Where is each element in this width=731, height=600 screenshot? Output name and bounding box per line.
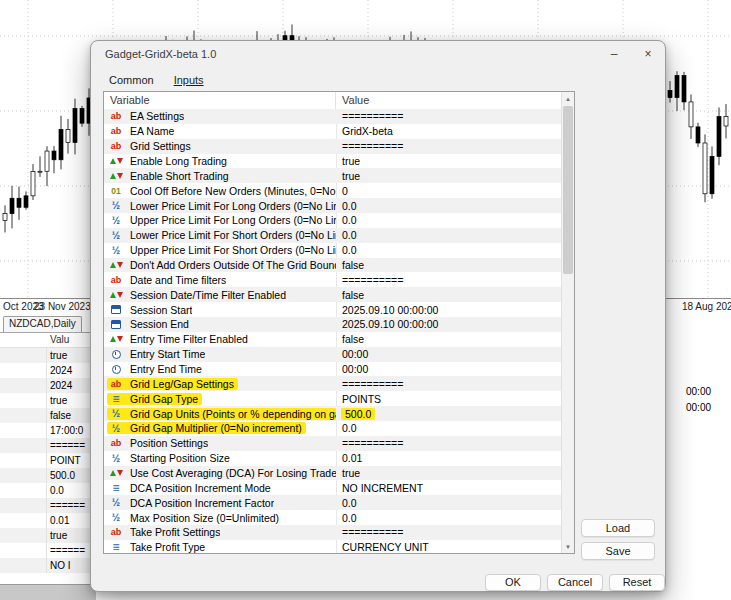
value-cell[interactable]: 00:00 (336, 363, 561, 375)
up-arrow-icon (110, 262, 116, 268)
label-wrap: Use Cost Averaging (DCA) For Losing Trad… (108, 467, 336, 479)
value-cell[interactable]: ========== (336, 437, 561, 449)
table-row[interactable]: abEA Settings========== (104, 109, 561, 124)
table-row[interactable]: ≡Take Profit TypeCURRENCY UNIT (104, 540, 561, 553)
table-row[interactable]: Enable Short Tradingtrue (104, 168, 561, 183)
tab-common[interactable]: Common (103, 72, 160, 89)
value-cell[interactable]: ========== (336, 140, 561, 152)
label-wrap: Session Date/Time Filter Enabled (108, 289, 289, 301)
ok-button[interactable]: OK (485, 574, 541, 591)
reset-button[interactable]: Reset (609, 574, 665, 591)
table-row[interactable]: abTake Profit Settings========== (104, 525, 561, 540)
table-row[interactable]: ≡Grid Gap TypePOINTS (104, 391, 561, 406)
table-row[interactable]: Session Date/Time Filter Enabledfalse (104, 287, 561, 302)
scrollbar-thumb[interactable] (563, 106, 573, 274)
value-cell[interactable]: 500.0 (336, 408, 561, 420)
table-row[interactable]: Entry End Time00:00 (104, 362, 561, 377)
value-cell[interactable]: 0.01 (336, 452, 561, 464)
value-cell[interactable]: true (336, 467, 561, 479)
enum-icon: ≡ (109, 482, 123, 493)
enum-icon: ≡ (109, 542, 123, 553)
table-row[interactable]: abGrid Leg/Gap Settings========== (104, 376, 561, 391)
table-row[interactable]: Use Cost Averaging (DCA) For Losing Trad… (104, 466, 561, 481)
column-header-variable[interactable]: Variable (104, 92, 336, 109)
value-cell[interactable]: false (336, 259, 561, 271)
table-row[interactable]: ≡DCA Position Increment ModeNO INCREMENT (104, 480, 561, 495)
value-cell[interactable]: 2025.09.10 00:00:00 (336, 304, 561, 316)
table-row[interactable]: Don't Add Orders Outside Of The Grid Bou… (104, 258, 561, 273)
value-cell[interactable]: 0 (336, 185, 561, 197)
value-cell[interactable]: POINTS (336, 393, 561, 405)
tab-inputs[interactable]: Inputs (168, 72, 210, 89)
value-cell[interactable]: CURRENCY UNIT (336, 541, 561, 553)
value-cell[interactable]: 0.0 (336, 229, 561, 241)
scrollbar-up-arrow[interactable]: ▲ (562, 92, 574, 105)
value-cell[interactable]: 0.0 (336, 214, 561, 226)
variable-cell: ½Lower Price Limit For Long Orders (0=No… (104, 200, 336, 212)
table-row[interactable]: abPosition Settings========== (104, 436, 561, 451)
value-cell[interactable]: 0.0 (336, 200, 561, 212)
background-value-row: 17:00:0 (0, 423, 96, 438)
chart-symbol-tab[interactable]: NZDCAD,Daily (3, 316, 82, 332)
value-cell[interactable]: 2025.09.10 00:00:00 (336, 318, 561, 330)
value-cell[interactable]: ========== (336, 378, 561, 390)
value-cell[interactable]: true (336, 155, 561, 167)
label-wrap: ½Upper Price Limit For Short Orders (0=N… (108, 244, 336, 256)
window-controls: – × (597, 41, 665, 67)
table-row[interactable]: Session Start2025.09.10 00:00:00 (104, 302, 561, 317)
value-cell[interactable]: ========== (336, 110, 561, 122)
table-row[interactable]: abGrid Settings========== (104, 139, 561, 154)
table-row[interactable]: Session End2025.09.10 00:00:00 (104, 317, 561, 332)
value-text: false (342, 289, 364, 301)
variable-label: Session End (130, 318, 189, 330)
value-cell[interactable]: ========== (336, 274, 561, 286)
string-icon: ab (109, 126, 123, 137)
string-icon: ab (109, 438, 123, 449)
value-cell[interactable]: NO INCREMENT (336, 482, 561, 494)
table-scrollbar[interactable]: ▲ ▼ (561, 92, 574, 553)
highlight-mark: ≡Grid Gap Type (108, 393, 201, 405)
table-row[interactable]: Entry Time Filter Enabledfalse (104, 332, 561, 347)
calendar-icon (109, 304, 123, 315)
table-row[interactable]: ½Grid Gap Units (Points or % depending o… (104, 406, 561, 421)
table-row[interactable]: Entry Start Time00:00 (104, 347, 561, 362)
value-cell[interactable]: 0.0 (336, 512, 561, 524)
table-row[interactable]: ½Starting Position Size0.01 (104, 451, 561, 466)
scrollbar-down-arrow[interactable]: ▼ (562, 540, 574, 553)
table-row[interactable]: ½Upper Price Limit For Short Orders (0=N… (104, 243, 561, 258)
cancel-button[interactable]: Cancel (547, 574, 603, 591)
table-row[interactable]: Enable Long Tradingtrue (104, 154, 561, 169)
minimize-button[interactable]: – (597, 41, 631, 67)
table-row[interactable]: abEA NameGridX-beta (104, 124, 561, 139)
table-row[interactable]: ½Lower Price Limit For Long Orders (0=No… (104, 198, 561, 213)
table-row[interactable]: abDate and Time filters========== (104, 272, 561, 287)
table-row[interactable]: 01Cool Off Before New Orders (Minutes, 0… (104, 183, 561, 198)
close-button[interactable]: × (631, 41, 665, 67)
load-button[interactable]: Load (581, 519, 655, 537)
background-value-row: 2024 (0, 378, 96, 393)
variable-label: Grid Gap Multiplier (0=No increment) (130, 422, 302, 434)
table-row[interactable]: ½Upper Price Limit For Long Orders (0=No… (104, 213, 561, 228)
column-header-value[interactable]: Value (336, 92, 574, 109)
value-cell[interactable]: GridX-beta (336, 125, 561, 137)
value-cell[interactable]: true (336, 170, 561, 182)
tab-bar: Common Inputs (103, 72, 210, 89)
value-cell[interactable]: false (336, 289, 561, 301)
label-wrap: ½Lower Price Limit For Short Orders (0=N… (108, 229, 336, 241)
table-row[interactable]: ½Max Position Size (0=Unlimited)0.0 (104, 510, 561, 525)
background-value-row: ====== (0, 498, 96, 513)
label-wrap: abGrid Settings (108, 140, 194, 152)
label-wrap: Entry End Time (108, 363, 205, 375)
value-cell[interactable]: 00:00 (336, 348, 561, 360)
table-row[interactable]: ½Lower Price Limit For Short Orders (0=N… (104, 228, 561, 243)
dialog-titlebar[interactable]: Gadget-GridX-beta 1.0 – × (91, 41, 665, 67)
label-wrap: 01Cool Off Before New Orders (Minutes, 0… (108, 185, 336, 197)
value-cell[interactable]: 0.0 (336, 422, 561, 434)
value-cell[interactable]: ========== (336, 526, 561, 538)
save-button[interactable]: Save (581, 542, 655, 560)
value-cell[interactable]: false (336, 333, 561, 345)
value-cell[interactable]: 0.0 (336, 244, 561, 256)
table-row[interactable]: ½DCA Position Increment Factor0.0 (104, 495, 561, 510)
table-row[interactable]: ½Grid Gap Multiplier (0=No increment)0.0 (104, 421, 561, 436)
value-cell[interactable]: 0.0 (336, 497, 561, 509)
